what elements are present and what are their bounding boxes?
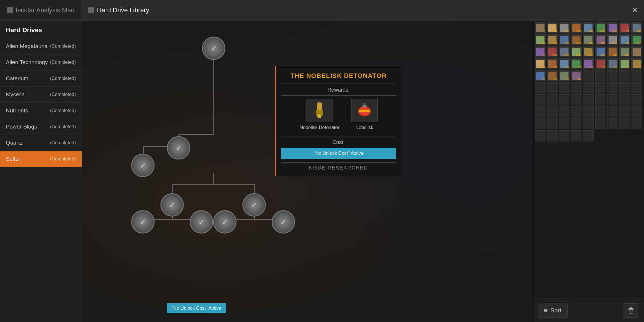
- inv-slot[interactable]: 10: [535, 58, 546, 69]
- inv-slot[interactable]: [595, 94, 606, 105]
- inv-slot[interactable]: [595, 70, 606, 81]
- inv-slot[interactable]: [583, 130, 594, 141]
- inv-slot[interactable]: 200: [547, 22, 558, 33]
- sidebar-item-mycelia[interactable]: Mycelia(Completed): [0, 87, 82, 103]
- tree-node-botrow2-4[interactable]: ✓: [272, 210, 295, 234]
- inv-slot[interactable]: 200: [583, 34, 594, 45]
- inv-slot[interactable]: [619, 118, 630, 129]
- close-button[interactable]: ✕: [631, 6, 638, 14]
- inv-slot[interactable]: [631, 94, 642, 105]
- inv-slot[interactable]: 500: [595, 46, 606, 57]
- inv-slot[interactable]: 60: [619, 34, 630, 45]
- tree-node-top[interactable]: ✓: [202, 37, 225, 60]
- inv-slot[interactable]: [619, 94, 630, 105]
- inv-slot[interactable]: 118: [631, 34, 642, 45]
- tree-node-botrow2-3[interactable]: ✓: [213, 210, 237, 234]
- inv-slot[interactable]: [535, 118, 546, 129]
- tab-molecular[interactable]: lecular Analysis Mac: [0, 0, 81, 20]
- inv-slot[interactable]: [547, 130, 558, 141]
- inv-slot[interactable]: [607, 118, 618, 129]
- inv-slot[interactable]: [547, 106, 558, 117]
- tree-node-botrow2-1[interactable]: ✓: [131, 210, 155, 234]
- inv-slot[interactable]: 10: [547, 70, 558, 81]
- inv-slot[interactable]: 10: [583, 58, 594, 69]
- inv-slot[interactable]: 200: [607, 22, 618, 33]
- inv-slot[interactable]: [631, 82, 642, 93]
- inv-slot[interactable]: [559, 118, 570, 129]
- inv-slot[interactable]: [571, 94, 582, 105]
- sort-button[interactable]: ≡ Sort: [538, 304, 568, 318]
- inv-slot[interactable]: 10: [571, 58, 582, 69]
- inv-slot[interactable]: [619, 70, 630, 81]
- inv-slot[interactable]: [547, 82, 558, 93]
- sidebar-item-caterium[interactable]: Caterium(Completed): [0, 71, 82, 87]
- inv-slot[interactable]: 10: [559, 58, 570, 69]
- sidebar-item-nutrients[interactable]: Nutrients(Completed): [0, 103, 82, 119]
- sidebar-item-sulfur[interactable]: Sulfur(Completed): [0, 151, 82, 167]
- inv-slot[interactable]: [607, 94, 618, 105]
- inv-slot[interactable]: [595, 82, 606, 93]
- inv-slot[interactable]: [559, 82, 570, 93]
- inv-slot[interactable]: [631, 106, 642, 117]
- inv-slot[interactable]: [571, 118, 582, 129]
- inv-slot[interactable]: [571, 82, 582, 93]
- inv-slot[interactable]: [535, 106, 546, 117]
- sidebar-item-quartz[interactable]: Quartz(Completed): [0, 135, 82, 151]
- inv-slot[interactable]: 40: [571, 70, 582, 81]
- inv-slot[interactable]: [583, 106, 594, 117]
- tree-node-midleft[interactable]: ✓: [167, 136, 190, 160]
- inv-slot[interactable]: [535, 130, 546, 141]
- inv-slot[interactable]: 10: [595, 58, 606, 69]
- inv-slot[interactable]: 167: [583, 46, 594, 57]
- inv-slot[interactable]: [583, 94, 594, 105]
- inv-slot[interactable]: 500: [595, 22, 606, 33]
- inv-slot[interactable]: [547, 94, 558, 105]
- sidebar-item-power-slugs[interactable]: Power Slugs(Completed): [0, 119, 82, 135]
- inv-slot[interactable]: 10: [535, 70, 546, 81]
- inv-slot[interactable]: 7: [535, 22, 546, 33]
- inv-slot[interactable]: [631, 118, 642, 129]
- inv-slot[interactable]: [595, 118, 606, 129]
- inv-slot[interactable]: 108: [607, 34, 618, 45]
- inv-slot[interactable]: 200: [571, 22, 582, 33]
- inv-slot[interactable]: 500: [631, 22, 642, 33]
- tree-node-farleft[interactable]: ✓: [131, 154, 155, 177]
- inv-slot[interactable]: [583, 70, 594, 81]
- inv-slot[interactable]: 500: [583, 22, 594, 33]
- inv-slot[interactable]: [571, 130, 582, 141]
- inv-slot[interactable]: 306: [559, 22, 570, 33]
- inv-slot[interactable]: [619, 106, 630, 117]
- tree-node-bot2[interactable]: ✓: [242, 193, 266, 217]
- inv-slot[interactable]: 500: [607, 46, 618, 57]
- delete-button[interactable]: 🗑: [623, 303, 639, 318]
- inv-slot[interactable]: 10: [631, 58, 642, 69]
- inv-slot[interactable]: [547, 118, 558, 129]
- sidebar-item-alien-technology[interactable]: Alien Technology(Completed): [0, 54, 82, 71]
- inv-slot[interactable]: [607, 106, 618, 117]
- inv-slot[interactable]: 200: [571, 46, 582, 57]
- inv-slot[interactable]: [559, 94, 570, 105]
- inv-slot[interactable]: 100: [559, 34, 570, 45]
- inv-slot[interactable]: [559, 130, 570, 141]
- inv-slot[interactable]: [619, 82, 630, 93]
- inv-slot[interactable]: [583, 82, 594, 93]
- inv-slot[interactable]: 200: [547, 46, 558, 57]
- tree-node-botrow2-2[interactable]: ✓: [190, 210, 213, 234]
- inv-slot[interactable]: [571, 106, 582, 117]
- inv-slot[interactable]: 500: [619, 46, 630, 57]
- inv-slot[interactable]: [535, 82, 546, 93]
- inv-slot[interactable]: 10: [559, 70, 570, 81]
- inv-slot[interactable]: 10: [607, 58, 618, 69]
- inv-slot[interactable]: 100: [595, 34, 606, 45]
- inv-slot[interactable]: 10: [547, 34, 558, 45]
- inv-slot[interactable]: 50: [535, 34, 546, 45]
- inv-slot[interactable]: 200: [571, 34, 582, 45]
- inv-slot[interactable]: [583, 118, 594, 129]
- sidebar-item-alien-megafauna[interactable]: Alien Megafauna(Completed): [0, 38, 82, 54]
- inv-slot[interactable]: 10: [631, 46, 642, 57]
- inv-slot[interactable]: 200: [559, 46, 570, 57]
- inv-slot[interactable]: [607, 70, 618, 81]
- inv-slot[interactable]: [559, 106, 570, 117]
- inv-slot[interactable]: 10: [547, 58, 558, 69]
- inv-slot[interactable]: [595, 106, 606, 117]
